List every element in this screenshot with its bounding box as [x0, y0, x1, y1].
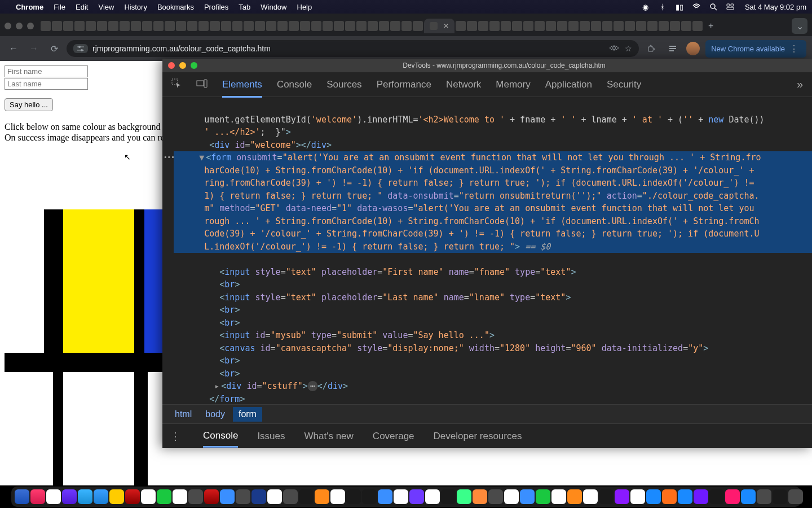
- dock-app-icon[interactable]: [409, 489, 424, 504]
- drawer-tab-issues[interactable]: Issues: [257, 431, 285, 442]
- dock-app-icon[interactable]: [125, 489, 140, 504]
- device-toolbar-icon[interactable]: [196, 79, 208, 90]
- tab-network[interactable]: Network: [446, 79, 481, 90]
- dock-app-icon[interactable]: [346, 489, 361, 504]
- menu-file[interactable]: File: [54, 3, 65, 11]
- pinned-tab[interactable]: [670, 21, 680, 31]
- pinned-tab[interactable]: [41, 21, 51, 31]
- control-center-icon[interactable]: [726, 2, 735, 11]
- pinned-tab[interactable]: [323, 21, 333, 31]
- star-icon[interactable]: ☆: [625, 44, 632, 53]
- drawer-menu-icon[interactable]: ⋮: [170, 430, 180, 443]
- dock-app-icon[interactable]: [330, 489, 345, 504]
- dock-app-icon[interactable]: [394, 489, 408, 504]
- pinned-tab[interactable]: [692, 21, 703, 31]
- dock-app-icon[interactable]: [236, 489, 250, 504]
- dock-app-icon[interactable]: [709, 489, 724, 504]
- extensions-icon[interactable]: [643, 41, 659, 56]
- drawer-tab-console[interactable]: Console: [203, 430, 238, 448]
- menu-edit[interactable]: Edit: [76, 3, 88, 11]
- dock-app-icon[interactable]: [299, 489, 314, 504]
- pinned-tab[interactable]: [232, 21, 242, 31]
- new-chrome-available-button[interactable]: New Chrome available ⋮: [705, 40, 806, 58]
- pinned-tab[interactable]: [401, 21, 412, 31]
- dock-app-icon[interactable]: [457, 489, 471, 504]
- pinned-tab[interactable]: [501, 21, 511, 31]
- dock-app-icon[interactable]: [583, 489, 598, 504]
- drawer-tab-whatsnew[interactable]: What's new: [304, 431, 354, 442]
- dock-app-icon[interactable]: [362, 489, 377, 504]
- pinned-tab[interactable]: [311, 21, 321, 31]
- active-tab[interactable]: ✕: [424, 19, 454, 33]
- dock-app-icon[interactable]: [788, 489, 803, 504]
- window-close-button[interactable]: [5, 23, 11, 29]
- dock-app-icon[interactable]: [283, 489, 298, 504]
- menu-view[interactable]: View: [98, 3, 114, 11]
- selected-dom-node[interactable]: ••• ▼<form onsubmit="alert('You are at a…: [174, 151, 812, 253]
- dock-app-icon[interactable]: [30, 489, 45, 504]
- menubar-clock[interactable]: Sat 4 May 9:02 pm: [745, 3, 806, 11]
- dock-app-icon[interactable]: [220, 489, 235, 504]
- window-minimize-button[interactable]: [16, 23, 23, 29]
- pinned-tab[interactable]: [379, 21, 389, 31]
- pinned-tab[interactable]: [300, 21, 310, 31]
- menu-window[interactable]: Window: [261, 3, 286, 11]
- dock-app-icon[interactable]: [94, 489, 108, 504]
- pinned-tab[interactable]: [86, 21, 96, 31]
- elements-panel[interactable]: ument.getElementById('welcome').innerHTM…: [162, 97, 812, 404]
- battery-icon[interactable]: ▮▯: [675, 2, 684, 11]
- dock-app-icon[interactable]: [62, 489, 77, 504]
- pinned-tab[interactable]: [210, 21, 220, 31]
- pinned-tab[interactable]: [131, 21, 141, 31]
- dock-app-icon[interactable]: [567, 489, 582, 504]
- ellipsis-icon[interactable]: •••: [164, 153, 175, 163]
- bluetooth-icon[interactable]: ᚼ: [658, 2, 667, 11]
- dock-app-icon[interactable]: [725, 489, 740, 504]
- dock-app-icon[interactable]: [646, 489, 661, 504]
- menu-tab[interactable]: Tab: [239, 3, 250, 11]
- pinned-tab[interactable]: [591, 21, 601, 31]
- dock-app-icon[interactable]: [141, 489, 156, 504]
- pinned-tab[interactable]: [681, 21, 691, 31]
- spotlight-icon[interactable]: [709, 2, 718, 11]
- devtools-zoom-button[interactable]: [191, 62, 197, 69]
- back-button[interactable]: ←: [6, 41, 21, 56]
- dock-app-icon[interactable]: [315, 489, 329, 504]
- reload-button[interactable]: ⟳: [46, 41, 62, 56]
- dock-app-icon[interactable]: [551, 489, 566, 504]
- pinned-tab[interactable]: [187, 21, 197, 31]
- inspect-element-icon[interactable]: [171, 78, 182, 90]
- menu-help[interactable]: Help: [297, 3, 312, 11]
- dock-app-icon[interactable]: [615, 489, 629, 504]
- pinned-tab[interactable]: [244, 21, 254, 31]
- pinned-tab[interactable]: [52, 21, 62, 31]
- pinned-tab[interactable]: [198, 21, 209, 31]
- dock-app-icon[interactable]: [757, 489, 771, 504]
- pinned-tab[interactable]: [467, 21, 477, 31]
- dock-app-icon[interactable]: [441, 489, 456, 504]
- wifi-icon[interactable]: [692, 2, 701, 11]
- dock-app-icon[interactable]: [15, 489, 29, 504]
- more-tabs-icon[interactable]: »: [797, 78, 803, 91]
- tab-sources[interactable]: Sources: [326, 79, 361, 90]
- tab-application[interactable]: Application: [545, 79, 592, 90]
- reading-list-icon[interactable]: [665, 41, 681, 56]
- dock-app-icon[interactable]: [188, 489, 203, 504]
- pinned-tab[interactable]: [647, 21, 657, 31]
- forward-button[interactable]: →: [26, 41, 42, 56]
- crumb-form[interactable]: form: [233, 407, 262, 422]
- pinned-tab[interactable]: [523, 21, 533, 31]
- pinned-tab[interactable]: [478, 21, 488, 31]
- dock-app-icon[interactable]: [678, 489, 692, 504]
- pinned-tab[interactable]: [456, 21, 466, 31]
- tab-elements[interactable]: Elements: [222, 79, 262, 98]
- pinned-tab[interactable]: [266, 21, 276, 31]
- dock-app-icon[interactable]: [267, 489, 282, 504]
- app-name[interactable]: Chrome: [16, 3, 43, 11]
- dock-app-icon[interactable]: [488, 489, 503, 504]
- pinned-tab[interactable]: [255, 21, 265, 31]
- pinned-tab[interactable]: [74, 21, 85, 31]
- pinned-tab[interactable]: [334, 21, 344, 31]
- pinned-tab[interactable]: [489, 21, 500, 31]
- pinned-tab[interactable]: [289, 21, 299, 31]
